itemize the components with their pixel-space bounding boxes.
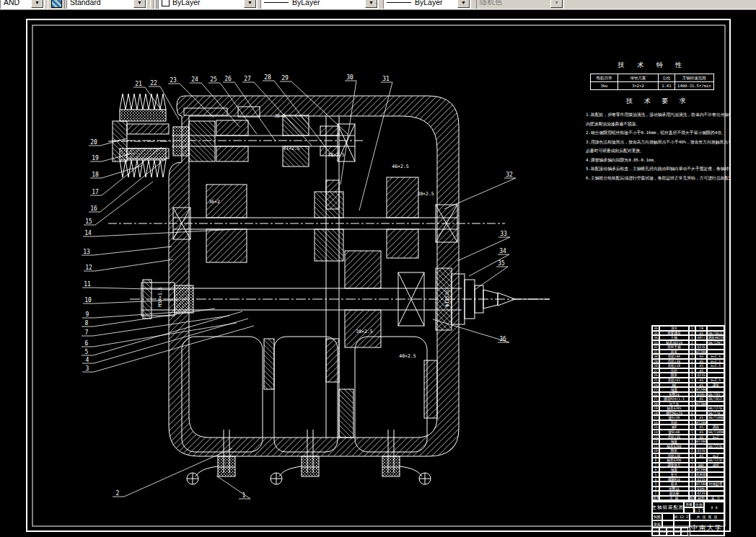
callout-number: 25 bbox=[210, 76, 217, 83]
lineweight-sample-icon bbox=[387, 2, 411, 3]
tech-requirement-line: 3.用涂色法检验斑点，按齿高方向接触斑点不小于40%，按齿长方向接触斑点不小于5… bbox=[586, 138, 730, 147]
cad-drawing-canvas[interactable]: 1234567891011121314151617181920212223242… bbox=[0, 10, 756, 537]
title-block-mark: 处数 bbox=[659, 528, 667, 536]
callout-leader bbox=[93, 316, 229, 336]
drawn-date: 08-12-27 bbox=[674, 513, 690, 520]
dim-style-value: AND bbox=[4, 0, 19, 6]
dimension-label: 30×2 bbox=[274, 113, 286, 119]
title-block-mark: 签名 bbox=[674, 528, 681, 536]
tech-spec-header: 电机功率 bbox=[591, 74, 618, 82]
callout-number: 17 bbox=[92, 189, 99, 195]
title-block-mark: 年月日 bbox=[681, 528, 688, 536]
tech-spec-block: 技 术 特 性 电机功率传动方案公比主轴转速范围 3kw3×2×21.41140… bbox=[590, 61, 714, 90]
callout-number: 10 bbox=[84, 297, 92, 303]
tech-spec-header: 公比 bbox=[659, 74, 674, 82]
plot-style-value: 随机色 bbox=[480, 0, 503, 7]
tech-spec-value: 3×2×2 bbox=[617, 82, 658, 90]
lineweight-control-value: ByLayer bbox=[415, 0, 443, 6]
sheet-note: 共 张 第 张 bbox=[690, 513, 724, 520]
drawn-label: 制图 bbox=[652, 513, 662, 520]
weight-label: 质量 bbox=[684, 502, 694, 507]
callout-number: 22 bbox=[150, 80, 157, 86]
color-swatch-icon bbox=[162, 0, 170, 6]
callout-number: 15 bbox=[85, 218, 92, 225]
tech-requirement-line: 2.啮合侧隙用铅丝检验不小于0.16mm，铅丝直径不得大于最小侧隙的4倍。 bbox=[586, 128, 730, 138]
chevron-down-icon: ▼ bbox=[550, 0, 563, 8]
callout-number: 30 bbox=[346, 74, 353, 81]
callout-number: 1 bbox=[242, 492, 246, 499]
callout-number: 21 bbox=[135, 81, 142, 87]
weight-value bbox=[684, 507, 694, 513]
check-name bbox=[662, 520, 674, 528]
scale-label: 比例 bbox=[694, 502, 704, 507]
callout-number: 19 bbox=[92, 155, 99, 161]
callout-leader bbox=[93, 247, 172, 255]
color-control-value: ByLayer bbox=[172, 0, 201, 6]
tech-requirement-line: 必要时可研磨或刮后配对更换。 bbox=[586, 146, 730, 156]
linetype-control-value: ByLayer bbox=[292, 0, 320, 6]
callout-number: 32 bbox=[506, 172, 513, 178]
tech-requirement-line: 1.装配前，所有零件用煤油清洗，滚动轴承用汽油清洗，箱体内不许有任何杂物存在。 bbox=[586, 110, 730, 120]
dim-style-combo[interactable]: AND ▼ bbox=[0, 0, 45, 9]
tech-requirement-line: 内壁涂耐油油漆两遍不脱落。 bbox=[586, 120, 730, 129]
callout-number: 26 bbox=[224, 76, 232, 82]
scale-value: 1:1.5 bbox=[694, 507, 704, 513]
callout-number: 3 bbox=[86, 365, 89, 372]
callout-number: 7 bbox=[85, 329, 89, 336]
callout-leader bbox=[95, 182, 153, 225]
housing-windows bbox=[182, 337, 427, 452]
plot-style-control-combo: 随机色 ▼ bbox=[476, 0, 564, 9]
callout-number: 31 bbox=[382, 76, 390, 82]
chevron-down-icon[interactable]: ▼ bbox=[244, 0, 256, 8]
callout-number: 9 bbox=[86, 311, 89, 318]
callout-number: 5 bbox=[85, 349, 89, 355]
title-block-mark: 标记 bbox=[652, 528, 659, 536]
linetype-control-combo[interactable]: ByLayer ▼ bbox=[260, 0, 379, 9]
linetype-sample-icon bbox=[264, 2, 289, 3]
tech-spec-value: 3kw bbox=[591, 82, 618, 90]
callout-number: 12 bbox=[85, 265, 92, 271]
tech-spec-header: 主轴转速范围 bbox=[674, 74, 713, 82]
text-style-icon bbox=[51, 0, 62, 8]
chevron-down-icon[interactable]: ▼ bbox=[31, 0, 43, 8]
callout-leader bbox=[93, 309, 215, 327]
text-style-combo[interactable]: Standard ▼ bbox=[66, 0, 147, 9]
callout-leader bbox=[94, 300, 179, 303]
parts-header-cell: 数量 bbox=[689, 496, 695, 501]
callout-leader bbox=[124, 448, 232, 497]
callout-number: 2 bbox=[116, 490, 120, 497]
callout-number: 29 bbox=[281, 75, 289, 81]
drawn-name bbox=[662, 513, 674, 520]
callout-number: 20 bbox=[90, 139, 97, 146]
tech-requirement-line: 5.装配滚动轴承后检查，主轴锥孔径向跳动和轴向窜动不大于规定值，各轴转动灵活。 bbox=[586, 164, 730, 174]
tech-spec-header: 传动方案 bbox=[617, 74, 658, 82]
chevron-down-icon[interactable]: ▼ bbox=[133, 0, 146, 8]
tech-requirements-block: 技 术 要 求 1.装配前，所有零件用煤油清洗，滚动轴承用汽油清洗，箱体内不许有… bbox=[586, 97, 730, 182]
toolbar-grip[interactable] bbox=[154, 0, 157, 10]
check-date bbox=[674, 520, 690, 528]
title-block-mark: 更改文件号 bbox=[667, 528, 674, 536]
text-style-value: Standard bbox=[70, 0, 101, 6]
parts-header-cell: 名 称 bbox=[659, 496, 689, 501]
color-control-combo[interactable]: ByLayer ▼ bbox=[158, 0, 258, 9]
chevron-down-icon[interactable]: ▼ bbox=[457, 0, 470, 8]
callout-leader bbox=[93, 323, 237, 347]
dimension-label: 18×2.5 bbox=[328, 152, 345, 158]
dimension-label: Φ125J6 bbox=[444, 290, 450, 307]
lineweight-control-combo[interactable]: ByLayer ▼ bbox=[383, 0, 471, 9]
drain-fitting bbox=[382, 456, 431, 484]
chevron-down-icon[interactable]: ▼ bbox=[365, 0, 377, 8]
dimension-label: 40×2.5 bbox=[399, 353, 416, 359]
parts-header-row: 序号名 称数量材料备 注 bbox=[652, 496, 724, 501]
tech-requirement-line: 4.调整轴承轴向间隙为0.05-0.1mm。 bbox=[586, 156, 730, 165]
callout-number: 4 bbox=[86, 357, 89, 363]
callout-number: 27 bbox=[244, 76, 251, 82]
check-label: 审核 bbox=[652, 520, 662, 528]
title-block: 主轴箱装配图 质量 比例 1:1.5 A 4 制图 08-12-27 共 张 第… bbox=[651, 501, 725, 536]
dimension-label: M56×1.5 bbox=[157, 287, 163, 306]
parts-list: 36顶尖1T835锁紧螺母145GB/T812-198834主轴140Cr调质H… bbox=[651, 325, 725, 501]
tech-spec-value: 1400-31.5r/min bbox=[674, 82, 713, 90]
callout-leader bbox=[93, 311, 242, 355]
text-style-button[interactable] bbox=[48, 0, 65, 10]
callout-number: 28 bbox=[264, 74, 271, 81]
